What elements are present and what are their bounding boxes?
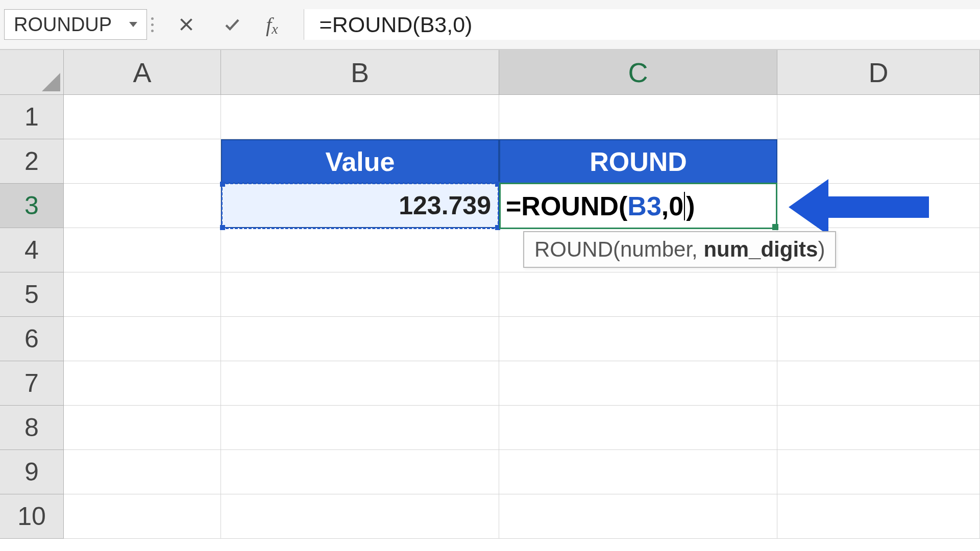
cell-C7[interactable]	[499, 361, 777, 406]
cell-A3[interactable]	[64, 184, 221, 228]
cancel-button[interactable]	[174, 12, 199, 37]
svg-marker-0	[789, 179, 929, 235]
check-icon	[223, 15, 241, 34]
column-header-D[interactable]: D	[777, 50, 980, 95]
name-box-dropdown-icon[interactable]	[129, 22, 137, 27]
column-header-C[interactable]: C	[499, 50, 777, 95]
arrow-left-icon	[789, 179, 929, 235]
tooltip-arg1: number,	[620, 237, 703, 261]
cell-B5[interactable]	[221, 272, 499, 317]
row-header-8[interactable]: 8	[0, 406, 64, 450]
cell-A9[interactable]	[64, 450, 221, 494]
annotation-arrow	[789, 179, 929, 235]
cell-C9[interactable]	[499, 450, 777, 494]
cell-B4[interactable]	[221, 228, 499, 272]
cell-D10[interactable]	[777, 494, 980, 539]
cell-B1[interactable]	[221, 95, 499, 139]
vertical-dots-icon	[151, 17, 154, 32]
row-header-7[interactable]: 7	[0, 361, 64, 406]
formula-mid: ,0	[662, 191, 683, 221]
row-header-6[interactable]: 6	[0, 317, 64, 361]
name-box-value: ROUNDUP	[14, 14, 129, 36]
table-row	[64, 494, 980, 539]
text-cursor	[684, 192, 685, 220]
cell-A1[interactable]	[64, 95, 221, 139]
name-box[interactable]: ROUNDUP	[4, 9, 147, 40]
select-all-corner[interactable]	[0, 50, 64, 95]
fx-x: x	[272, 21, 278, 37]
cell-A5[interactable]	[64, 272, 221, 317]
cell-B10[interactable]	[221, 494, 499, 539]
cell-C3-editing[interactable]: =ROUND(B3,0)	[499, 183, 777, 229]
insert-function-button[interactable]: fx	[266, 13, 278, 37]
cell-C5[interactable]	[499, 272, 777, 317]
cell-D5[interactable]	[777, 272, 980, 317]
cell-B9[interactable]	[221, 450, 499, 494]
tooltip-arg2: num_digits	[703, 237, 818, 261]
table-row	[64, 95, 980, 139]
table-row	[64, 406, 980, 450]
cell-B2[interactable]: Value	[221, 139, 499, 184]
cell-A7[interactable]	[64, 361, 221, 406]
cell-A2[interactable]	[64, 139, 221, 184]
cell-B6[interactable]	[221, 317, 499, 361]
table-row: Value ROUND	[64, 139, 980, 184]
cell-D9[interactable]	[777, 450, 980, 494]
row-headers: 1 2 3 4 5 6 7 8 9 10	[0, 95, 64, 539]
cell-D2[interactable]	[777, 139, 980, 184]
function-tooltip[interactable]: ROUND(number, num_digits)	[523, 231, 836, 268]
formula-input-text: =ROUND(B3,0)	[320, 12, 473, 37]
cell-C2[interactable]: ROUND	[499, 139, 777, 184]
cell-A4[interactable]	[64, 228, 221, 272]
cell-A8[interactable]	[64, 406, 221, 450]
cell-C1[interactable]	[499, 95, 777, 139]
column-headers: A B C D	[64, 50, 980, 95]
formula-ref: B3	[627, 191, 661, 221]
column-header-B[interactable]: B	[221, 50, 499, 95]
cell-D1[interactable]	[777, 95, 980, 139]
x-icon	[177, 15, 195, 34]
formula-suffix: )	[686, 191, 695, 221]
row-header-4[interactable]: 4	[0, 228, 64, 272]
row-header-2[interactable]: 2	[0, 139, 64, 184]
cell-D7[interactable]	[777, 361, 980, 406]
table-row	[64, 361, 980, 406]
row-header-9[interactable]: 9	[0, 450, 64, 494]
row-header-5[interactable]: 5	[0, 272, 64, 317]
cell-B8[interactable]	[221, 406, 499, 450]
cell-B3[interactable]: 123.739	[221, 184, 499, 228]
formula-bar-actions: fx	[158, 12, 295, 37]
table-row	[64, 317, 980, 361]
cell-C8[interactable]	[499, 406, 777, 450]
cells-container: Value ROUND 123.739	[64, 95, 980, 539]
cell-A10[interactable]	[64, 494, 221, 539]
formula-bar: ROUNDUP fx =ROUND(B3,0)	[0, 0, 980, 50]
row-header-10[interactable]: 10	[0, 494, 64, 539]
table-row	[64, 450, 980, 494]
tooltip-func: ROUND(	[534, 237, 620, 261]
cell-D6[interactable]	[777, 317, 980, 361]
tooltip-close: )	[818, 237, 825, 261]
column-header-A[interactable]: A	[64, 50, 221, 95]
cell-C10[interactable]	[499, 494, 777, 539]
enter-button[interactable]	[220, 12, 244, 37]
formula-prefix: =ROUND(	[506, 191, 627, 221]
row-header-1[interactable]: 1	[0, 95, 64, 139]
cell-C6[interactable]	[499, 317, 777, 361]
cell-B7[interactable]	[221, 361, 499, 406]
fx-f: f	[266, 13, 272, 37]
row-header-3[interactable]: 3	[0, 184, 64, 228]
table-row	[64, 272, 980, 317]
cell-D8[interactable]	[777, 406, 980, 450]
formula-input[interactable]: =ROUND(B3,0)	[304, 9, 980, 40]
cell-A6[interactable]	[64, 317, 221, 361]
